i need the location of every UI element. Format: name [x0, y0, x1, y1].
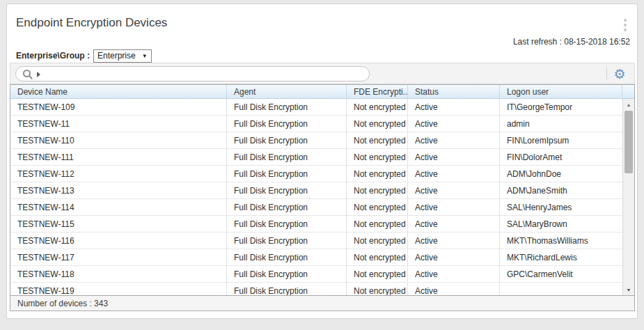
table-row[interactable]: TESTNEW-113Full Disk EncryptionNot encry… [10, 182, 622, 199]
cell-status: Active [408, 149, 500, 165]
cell-agent: Full Disk Encryption [227, 166, 347, 182]
cell-fde: Not encrypted [347, 166, 408, 182]
cell-fde: Not encrypted [347, 216, 408, 232]
cell-status: Active [408, 99, 500, 115]
cell-fde: Not encrypted [347, 182, 408, 198]
cell-logon: MKT\ThomasWilliams [500, 233, 622, 249]
cell-agent: Full Disk Encryption [227, 249, 347, 265]
table-row[interactable]: TESTNEW-116Full Disk EncryptionNot encry… [10, 233, 622, 249]
cell-agent: Full Disk Encryption [227, 266, 347, 282]
scroll-down-icon[interactable]: ▼ [623, 288, 634, 292]
chevron-down-icon: ▼ [142, 53, 148, 59]
cell-agent: Full Disk Encryption [227, 132, 347, 148]
cell-status: Active [408, 249, 500, 265]
table-row[interactable]: TESTNEW-117Full Disk EncryptionNot encry… [10, 249, 622, 266]
toolbar-divider [606, 68, 607, 79]
cell-status: Active [408, 216, 500, 232]
table-row[interactable]: TESTNEW-114Full Disk EncryptionNot encry… [10, 199, 622, 216]
device-count-footer: Number of devices : 343 [10, 295, 635, 311]
search-input[interactable] [45, 67, 362, 81]
search-toolbar: ⚙ [10, 63, 635, 84]
column-header-filler [622, 85, 634, 98]
vertical-ellipsis-icon [624, 24, 627, 26]
cell-logon: FIN\DolorAmet [500, 149, 622, 165]
table-row[interactable]: TESTNEW-110Full Disk EncryptionNot encry… [10, 132, 622, 149]
cell-agent: Full Disk Encryption [227, 216, 347, 232]
widget-menu-button[interactable] [620, 15, 631, 35]
cell-device: TESTNEW-117 [10, 249, 227, 265]
column-header-agent[interactable]: Agent [227, 85, 347, 98]
cell-device: TESTNEW-110 [10, 132, 227, 148]
devices-table: Device NameAgentFDE Encrypti...StatusLog… [10, 84, 635, 296]
cell-status: Active [408, 182, 500, 198]
cell-status: Active [408, 199, 500, 215]
cell-fde: Not encrypted [347, 132, 408, 148]
settings-button[interactable]: ⚙ [611, 65, 629, 83]
table-row[interactable]: TESTNEW-111Full Disk EncryptionNot encry… [10, 149, 622, 166]
cell-status: Active [408, 233, 500, 249]
vertical-ellipsis-icon [624, 19, 627, 22]
cell-logon: SAL\HenryJames [500, 199, 622, 215]
table-row[interactable]: TESTNEW-112Full Disk EncryptionNot encry… [10, 166, 622, 182]
cell-fde: Not encrypted [347, 233, 408, 249]
cell-fde: Not encrypted [347, 116, 408, 132]
cell-agent: Full Disk Encryption [227, 99, 347, 115]
table-row[interactable]: TESTNEW-109Full Disk EncryptionNot encry… [10, 99, 622, 116]
cell-logon: ADM\JaneSmith [500, 182, 622, 198]
cell-device: TESTNEW-111 [10, 149, 227, 165]
cell-fde: Not encrypted [347, 149, 408, 165]
cell-logon: IT\GeorgeTempor [500, 99, 622, 115]
column-header-logon[interactable]: Logon user [500, 85, 622, 98]
cell-fde: Not encrypted [347, 249, 408, 265]
cell-device: TESTNEW-118 [10, 266, 227, 282]
table-header-row: Device NameAgentFDE Encrypti...StatusLog… [10, 85, 634, 99]
cell-device: TESTNEW-109 [10, 99, 227, 115]
cell-agent: Full Disk Encryption [227, 116, 347, 132]
search-options-caret-icon[interactable] [37, 72, 40, 77]
group-selector-row: Enterprise\Group : Enterprise ▼ [16, 49, 152, 63]
cell-logon: FIN\LoremIpsum [500, 132, 622, 148]
cell-logon [500, 283, 622, 296]
endpoint-encryption-devices-widget: Endpoint Encryption Devices Last refresh… [6, 3, 638, 319]
cell-device: TESTNEW-11 [10, 116, 227, 132]
column-header-status[interactable]: Status [408, 85, 500, 98]
cell-agent: Full Disk Encryption [227, 199, 347, 215]
cell-fde: Not encrypted [347, 283, 408, 296]
vertical-scrollbar[interactable]: ▲ ▼ [622, 99, 634, 296]
cell-agent: Full Disk Encryption [227, 233, 347, 249]
table-body: TESTNEW-109Full Disk EncryptionNot encry… [10, 99, 634, 296]
table-row[interactable]: TESTNEW-118Full Disk EncryptionNot encry… [10, 266, 622, 283]
widget-title: Endpoint Encryption Devices [16, 16, 167, 30]
cell-agent: Full Disk Encryption [227, 182, 347, 198]
group-select[interactable]: Enterprise ▼ [93, 49, 152, 63]
table-row[interactable]: TESTNEW-115Full Disk EncryptionNot encry… [10, 216, 622, 233]
cell-device: TESTNEW-119 [10, 283, 227, 296]
cell-fde: Not encrypted [347, 99, 408, 115]
vertical-ellipsis-icon [624, 29, 627, 31]
scroll-up-icon[interactable]: ▲ [623, 102, 634, 107]
cell-device: TESTNEW-113 [10, 182, 227, 198]
cell-device: TESTNEW-114 [10, 199, 227, 215]
cell-logon: GPC\CarmenVelit [500, 266, 622, 282]
table-row[interactable]: TESTNEW-119Full Disk EncryptionNot encry… [10, 283, 622, 296]
cell-fde: Not encrypted [347, 199, 408, 215]
group-label: Enterprise\Group : [16, 51, 90, 61]
cell-device: TESTNEW-115 [10, 216, 227, 232]
cell-logon: SAL\MaryBrown [500, 216, 622, 232]
scrollbar-thumb[interactable] [625, 111, 633, 173]
cell-agent: Full Disk Encryption [227, 149, 347, 165]
table-row[interactable]: TESTNEW-11Full Disk EncryptionNot encryp… [10, 116, 622, 132]
cell-status: Active [408, 166, 500, 182]
cell-status: Active [408, 116, 500, 132]
search-box[interactable] [15, 66, 370, 81]
cell-agent: Full Disk Encryption [227, 283, 347, 296]
cell-status: Active [408, 283, 500, 296]
gear-icon: ⚙ [613, 68, 625, 81]
cell-device: TESTNEW-112 [10, 166, 227, 182]
cell-status: Active [408, 132, 500, 148]
cell-device: TESTNEW-116 [10, 233, 227, 249]
column-header-device[interactable]: Device Name [10, 85, 227, 98]
table-rows: TESTNEW-109Full Disk EncryptionNot encry… [10, 99, 622, 296]
column-header-fde[interactable]: FDE Encrypti... [347, 85, 408, 98]
last-refresh-text: Last refresh : 08-15-2018 16:52 [513, 37, 630, 47]
